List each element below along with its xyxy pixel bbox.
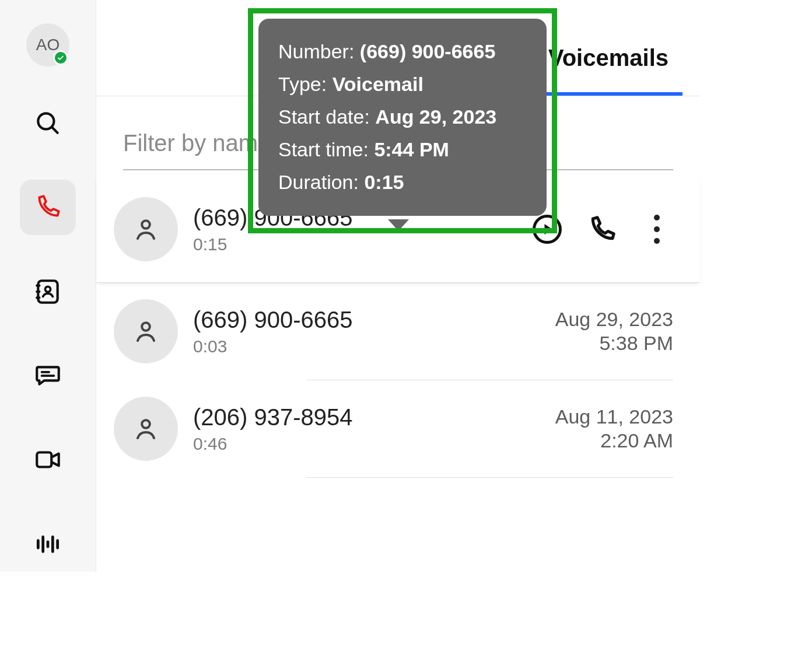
- voicemail-duration: 0:46: [193, 434, 540, 454]
- voicemail-duration: 0:15: [193, 235, 516, 254]
- more-options-button[interactable]: [640, 213, 673, 246]
- svg-point-4: [142, 220, 150, 229]
- main-panel: Voicemails (669) 900-6665 0:15: [96, 0, 700, 572]
- call-button[interactable]: [586, 213, 618, 246]
- svg-point-2: [45, 286, 50, 292]
- voicemail-number: (669) 900-6665: [193, 307, 540, 333]
- video-icon[interactable]: [20, 432, 76, 487]
- messages-icon[interactable]: [20, 348, 76, 403]
- row-divider: [306, 477, 673, 478]
- voicemail-list: (669) 900-6665 0:15: [96, 176, 700, 572]
- person-icon: [114, 397, 178, 461]
- voicemail-time: 5:38 PM: [555, 332, 673, 355]
- svg-point-6: [142, 323, 150, 331]
- presence-online-icon: [53, 50, 68, 65]
- svg-rect-3: [37, 453, 51, 467]
- search-icon[interactable]: [20, 96, 76, 150]
- audio-waveform-icon[interactable]: [20, 517, 76, 572]
- user-avatar[interactable]: AO: [26, 23, 69, 66]
- highlight-frame: [248, 8, 557, 233]
- voicemail-number: (206) 937-8954: [193, 404, 540, 430]
- phone-tab-icon[interactable]: [20, 180, 76, 235]
- voicemail-date: Aug 29, 2023: [555, 308, 673, 331]
- voicemail-date: Aug 11, 2023: [555, 405, 673, 428]
- contacts-icon[interactable]: [20, 264, 76, 319]
- person-icon: [114, 197, 178, 261]
- person-icon: [114, 299, 178, 363]
- voicemail-row[interactable]: (206) 937-8954 0:46 Aug 11, 2023 2:20 AM: [96, 380, 700, 477]
- voicemail-duration: 0:03: [193, 337, 540, 356]
- svg-point-7: [142, 420, 150, 428]
- voicemail-time: 2:20 AM: [555, 429, 673, 452]
- voicemail-row[interactable]: (669) 900-6665 0:03 Aug 29, 2023 5:38 PM: [96, 283, 700, 380]
- kebab-icon: [654, 215, 660, 244]
- sidebar: AO: [0, 0, 96, 572]
